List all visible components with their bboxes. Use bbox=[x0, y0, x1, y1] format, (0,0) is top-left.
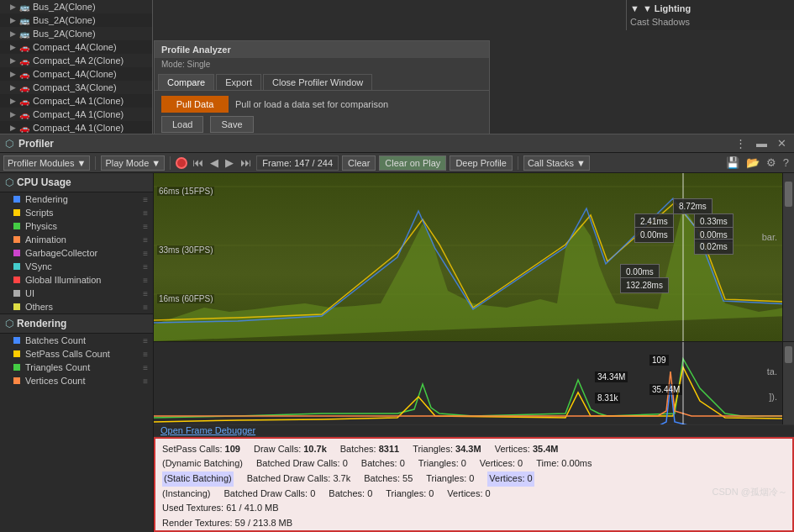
deep-profile-button[interactable]: Deep Profile bbox=[450, 155, 513, 171]
hierarchy-item[interactable]: ▶ 🚌 Bus_2A(Clone) bbox=[0, 27, 152, 40]
batches-menu[interactable]: ≡ bbox=[143, 336, 148, 345]
triangle-icon: ▼ bbox=[630, 3, 639, 13]
hierarchy-item[interactable]: ▶ 🚗 Compact_4A(Clone) bbox=[0, 67, 152, 81]
profile-analyzer-body: Pull Data Pull or load a data set for co… bbox=[155, 91, 489, 134]
sidebar-item-vertices[interactable]: Vertices Count ≡ bbox=[0, 374, 153, 387]
batches: Batches: 8311 bbox=[340, 442, 399, 457]
open-frame-debugger-bar: Open Frame Debugger bbox=[154, 424, 794, 437]
rendering-sub-section: ⬡ Rendering Batches Count ≡ SetPass Call… bbox=[0, 313, 153, 387]
cpu-graph-svg bbox=[154, 173, 794, 341]
graph-scrollbar[interactable] bbox=[782, 173, 794, 341]
rendering-graph[interactable]: 34.34M 109 8.31k 35.44M ta. ]). bbox=[154, 341, 794, 424]
animation-color bbox=[13, 236, 20, 243]
sidebar-item-vsync[interactable]: VSync ≡ bbox=[0, 260, 153, 273]
scripts-label: Scripts bbox=[25, 208, 138, 218]
triangles-menu[interactable]: ≡ bbox=[143, 363, 148, 372]
fps-label-30: 33ms (30FPS) bbox=[157, 245, 214, 255]
tab-close-profiler-window[interactable]: Close Profiler Window bbox=[263, 74, 372, 90]
profiler-modules-dropdown[interactable]: Profiler Modules ▼ bbox=[3, 155, 90, 171]
close-btn[interactable]: ✕ bbox=[775, 137, 789, 150]
stats-row-1: SetPass Calls: 109 Draw Calls: 10.7k Bat… bbox=[162, 442, 786, 457]
dynamic-batches: Batches: 0 bbox=[361, 456, 405, 471]
animation-menu[interactable]: ≡ bbox=[143, 235, 148, 245]
vsync-menu[interactable]: ≡ bbox=[143, 262, 148, 271]
dropdown-arrow-icon: ▼ bbox=[76, 158, 86, 168]
clear-on-play-button[interactable]: Clear on Play bbox=[379, 155, 446, 171]
sidebar-item-setpass[interactable]: SetPass Calls Count ≡ bbox=[0, 347, 153, 361]
hierarchy-item[interactable]: ▶ 🚗 Compact_4A 1(Clone) bbox=[0, 108, 152, 121]
hierarchy-item[interactable]: ▶ 🚌 Bus_2A(Clone) bbox=[0, 0, 152, 13]
triangles-color bbox=[13, 364, 20, 371]
rendering-graph-svg bbox=[154, 342, 794, 424]
minimize-btn[interactable]: ▬ bbox=[754, 137, 770, 150]
rendering-section-header[interactable]: ⬡ Rendering bbox=[0, 314, 153, 334]
bottom-graph-scrollbar[interactable] bbox=[782, 342, 794, 424]
dynamic-draw-calls: Batched Draw Calls: 0 bbox=[256, 456, 348, 471]
profiler-content: ⬡ CPU Usage Rendering ≡ Scripts ≡ Physic… bbox=[0, 173, 794, 532]
hierarchy-item[interactable]: ▶ 🚗 Compact_4A 2(Clone) bbox=[0, 54, 152, 67]
tab-export[interactable]: Export bbox=[216, 74, 261, 90]
rendering-menu[interactable]: ≡ bbox=[143, 195, 148, 204]
prev-frame-button[interactable]: ◀ bbox=[208, 157, 220, 168]
record-button[interactable] bbox=[176, 157, 187, 169]
physics-color bbox=[13, 223, 20, 229]
tab-compare[interactable]: Compare bbox=[158, 74, 214, 90]
sidebar-item-scripts[interactable]: Scripts ≡ bbox=[0, 206, 153, 219]
hierarchy-item[interactable]: ▶ 🚌 Bus_2A(Clone) bbox=[0, 13, 152, 27]
bottom-scrollbar-thumb[interactable] bbox=[785, 346, 792, 363]
gi-menu[interactable]: ≡ bbox=[143, 276, 148, 285]
profile-analyzer-tabs: Compare Export Close Profiler Window bbox=[155, 71, 489, 91]
pa-row-2: Load Save bbox=[161, 116, 482, 133]
triangles: Triangles: 34.3M bbox=[413, 442, 481, 457]
cpu-usage-section-header[interactable]: ⬡ CPU Usage bbox=[0, 173, 153, 192]
ui-menu[interactable]: ≡ bbox=[143, 289, 148, 298]
sidebar-item-rendering[interactable]: Rendering ≡ bbox=[0, 192, 153, 206]
setpass-menu[interactable]: ≡ bbox=[143, 350, 148, 359]
three-dots-menu[interactable]: ⋮ bbox=[733, 137, 749, 150]
hierarchy-item[interactable]: ▶ 🚗 Compact_4A 1(Clone) bbox=[0, 121, 152, 134]
call-stacks-label: Call Stacks bbox=[528, 158, 574, 168]
dynamic-vertices: Vertices: 0 bbox=[480, 456, 523, 471]
batches-color bbox=[13, 337, 20, 344]
sidebar-item-gc[interactable]: GarbageCollector ≡ bbox=[0, 246, 153, 260]
scripts-menu[interactable]: ≡ bbox=[143, 208, 148, 218]
sidebar-item-animation[interactable]: Animation ≡ bbox=[0, 233, 153, 246]
physics-menu[interactable]: ≡ bbox=[143, 222, 148, 231]
next-frame-button[interactable]: ▶ bbox=[223, 157, 235, 168]
pa-desc-1: Pull or load a data set for comparison bbox=[235, 99, 388, 109]
instancing-batches: Batches: 0 bbox=[329, 487, 372, 502]
sidebar-item-gi[interactable]: Global Illumination ≡ bbox=[0, 273, 153, 287]
save-button[interactable]: Save bbox=[210, 116, 253, 133]
open-frame-debugger-link[interactable]: Open Frame Debugger bbox=[160, 425, 255, 435]
step-back-button[interactable]: ⏮ bbox=[191, 157, 205, 168]
frame-info: Frame: 147 / 244 bbox=[256, 155, 339, 171]
clear-button[interactable]: Clear bbox=[342, 155, 376, 171]
vertices-menu[interactable]: ≡ bbox=[143, 377, 148, 386]
sidebar-item-others[interactable]: Others ≡ bbox=[0, 300, 153, 313]
sidebar-item-physics[interactable]: Physics ≡ bbox=[0, 219, 153, 233]
pull-data-button-1[interactable]: Pull Data bbox=[161, 96, 229, 113]
sidebar-item-ui[interactable]: UI ≡ bbox=[0, 287, 153, 300]
hierarchy-item[interactable]: ▶ 🚗 Compact_4A(Clone) bbox=[0, 40, 152, 54]
step-forward-button[interactable]: ⏭ bbox=[239, 157, 253, 168]
call-stacks-dropdown[interactable]: Call Stacks ▼ bbox=[523, 155, 590, 171]
gc-menu[interactable]: ≡ bbox=[143, 249, 148, 258]
scrollbar-thumb[interactable] bbox=[785, 182, 792, 207]
load-button[interactable]: Load bbox=[161, 116, 203, 133]
settings-icon-btn[interactable]: ⚙ bbox=[765, 157, 778, 168]
ui-label: UI bbox=[25, 288, 138, 298]
cpu-graph[interactable]: 66ms (15FPS) 33ms (30FPS) 16ms (60FPS) 8… bbox=[154, 173, 794, 341]
instancing-vertices: Vertices: 0 bbox=[447, 487, 490, 502]
hierarchy-item[interactable]: ▶ 🚗 Compact_4A 1(Clone) bbox=[0, 94, 152, 108]
others-menu[interactable]: ≡ bbox=[143, 303, 148, 312]
dynamic-batching-label: (Dynamic Batching) bbox=[162, 456, 243, 471]
play-mode-dropdown[interactable]: Play Mode ▼ bbox=[101, 155, 165, 171]
hierarchy-item[interactable]: ▶ 🚗 Compact_3A(Clone) bbox=[0, 81, 152, 94]
save-icon-btn[interactable]: 💾 bbox=[724, 157, 741, 168]
sidebar-item-batches[interactable]: Batches Count ≡ bbox=[0, 334, 153, 347]
fps-label-15: 66ms (15FPS) bbox=[157, 187, 214, 196]
help-icon-btn[interactable]: ? bbox=[781, 157, 791, 168]
draw-calls: Draw Calls: 10.7k bbox=[254, 442, 327, 457]
load-icon-btn[interactable]: 📂 bbox=[744, 157, 761, 168]
sidebar-item-triangles[interactable]: Triangles Count ≡ bbox=[0, 361, 153, 374]
